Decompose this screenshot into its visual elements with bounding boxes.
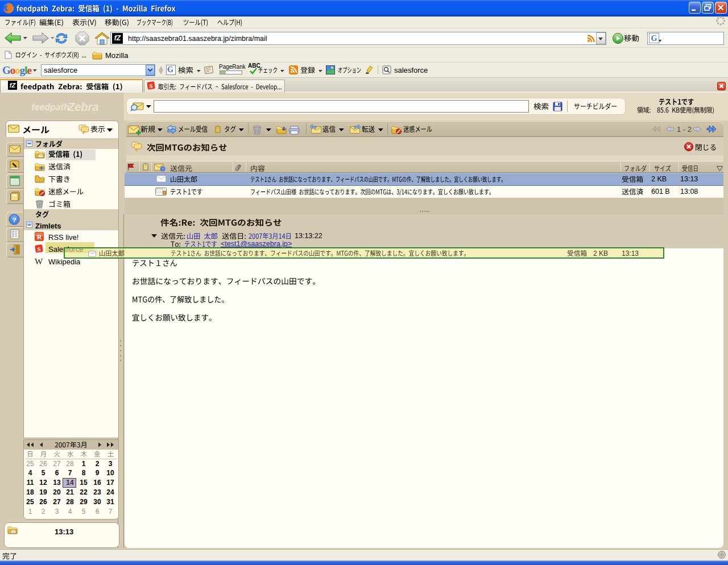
svg-text:?: ? [162, 167, 164, 171]
svg-text:S: S [37, 246, 40, 252]
svg-text:G: G [651, 34, 657, 43]
svg-text:?: ? [12, 216, 16, 224]
svg-text:S: S [149, 82, 152, 89]
svg-text:R: R [37, 233, 42, 241]
